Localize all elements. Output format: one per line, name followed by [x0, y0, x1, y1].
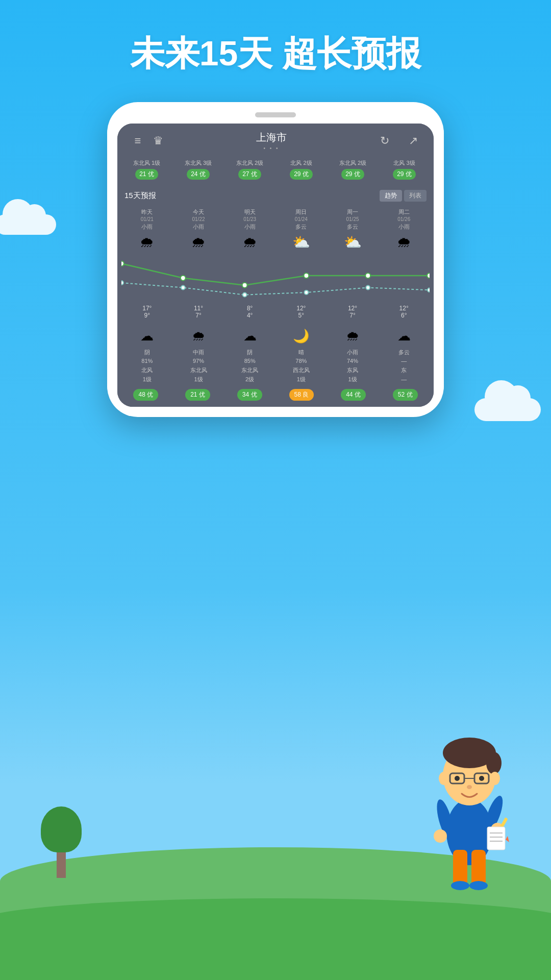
bottom-aqi-badge: 52 优 — [393, 389, 418, 401]
night-icon-col: 🌧 — [173, 328, 224, 344]
svg-marker-21 — [506, 836, 509, 842]
phone-outer: ≡ ♛ 上海市 • • • ↻ ↗ 东北风 1级 21 优 东北风 3级 24 … — [107, 102, 444, 417]
menu-icon[interactable]: ≡ — [128, 134, 148, 148]
aqi-badge: 29 优 — [290, 169, 313, 180]
headline: 未来15天 超长预报 — [0, 31, 551, 77]
svg-point-3 — [451, 881, 469, 890]
day-col: 周二 01/26 小雨 — [378, 208, 430, 231]
details-row: 阴 81% 北风 1级中雨 97% 东北风 1级阴 85% 东北风 2级晴 78… — [117, 346, 434, 386]
wind-label: 东北风 1级 — [122, 159, 171, 167]
bottom-aqi-col: 58 良 — [277, 389, 326, 401]
tree-trunk — [57, 852, 66, 878]
night-icon-col: 🌙 — [276, 328, 327, 344]
low-temp-label: 7° — [173, 312, 224, 319]
cloud-right — [474, 398, 541, 421]
aqi-col: 东北风 3级 24 优 — [174, 159, 222, 180]
detail-col: 阴 81% 北风 1级 — [121, 348, 173, 384]
bottom-aqi-badge: 58 良 — [289, 389, 314, 401]
day-label: 周二 — [378, 208, 430, 216]
weather-icon-col: 🌧 — [378, 234, 430, 251]
day-date: 01/26 — [378, 216, 430, 222]
night-icon-col: 🌧 — [327, 328, 379, 344]
high-temp-label: 12° — [276, 305, 327, 312]
forecast-section: 15天预报 趋势 列表 昨天 01/21 小雨 今天 01/22 小雨 明天 0… — [117, 185, 434, 407]
svg-rect-2 — [471, 850, 486, 886]
crown-icon[interactable]: ♛ — [148, 134, 168, 148]
weather-icon-col: ⛅ — [327, 234, 379, 251]
refresh-icon[interactable]: ↻ — [374, 134, 395, 148]
low-temp-label: 9° — [121, 312, 173, 319]
forecast-tabs: 趋势 列表 — [380, 190, 427, 202]
aqi-badge: 29 优 — [341, 169, 364, 180]
bottom-aqi-badge: 44 优 — [341, 389, 366, 401]
svg-point-15 — [467, 785, 472, 789]
phone-screen: ≡ ♛ 上海市 • • • ↻ ↗ 东北风 1级 21 优 东北风 3级 24 … — [117, 124, 434, 407]
bottom-aqi-col: 52 优 — [381, 389, 430, 401]
svg-point-33 — [181, 285, 185, 289]
day-weather: 小雨 — [121, 223, 173, 231]
day-weather: 多云 — [327, 223, 379, 231]
svg-point-13 — [455, 776, 460, 781]
detail-text: 阴 81% 北风 1级 — [121, 348, 173, 384]
aqi-badge: 27 优 — [238, 169, 261, 180]
svg-rect-22 — [487, 827, 505, 850]
header-right-icons: ↻ ↗ — [374, 134, 423, 148]
forecast-title: 15天预报 — [124, 191, 156, 201]
tree-crown — [41, 806, 82, 852]
tab-list[interactable]: 列表 — [404, 190, 427, 202]
aqi-badge: 29 优 — [393, 169, 416, 180]
svg-point-35 — [305, 290, 309, 295]
day-col: 周一 01/25 多云 — [327, 208, 379, 231]
svg-point-14 — [479, 776, 484, 781]
page-dots: • • • — [168, 145, 374, 151]
bottom-aqi-col: 44 优 — [329, 389, 378, 401]
aqi-col: 东北风 2级 29 优 — [329, 159, 377, 180]
svg-rect-1 — [453, 850, 467, 886]
tab-trend[interactable]: 趋势 — [380, 190, 402, 202]
aqi-badge: 21 优 — [135, 169, 158, 180]
bottom-aqi-badge: 21 优 — [185, 389, 210, 401]
svg-point-7 — [486, 752, 502, 774]
wind-label: 北风 2级 — [277, 159, 325, 167]
high-temp-label: 12° — [378, 305, 430, 312]
high-temp-labels: 17°11°8°12°12°12° — [117, 305, 434, 312]
wind-label: 北风 3级 — [380, 159, 429, 167]
svg-point-28 — [242, 283, 247, 288]
day-date: 01/23 — [224, 216, 276, 222]
low-temp-label: 4° — [224, 312, 276, 319]
low-temp-label: 5° — [276, 312, 327, 319]
day-weather: 多云 — [276, 223, 327, 231]
night-icon-col: ☁ — [121, 328, 173, 344]
day-col: 今天 01/22 小雨 — [173, 208, 224, 231]
svg-point-37 — [428, 288, 430, 292]
share-icon[interactable]: ↗ — [403, 134, 423, 148]
wind-label: 东北风 3级 — [174, 159, 222, 167]
phone-mockup: ≡ ♛ 上海市 • • • ↻ ↗ 东北风 1级 21 优 东北风 3级 24 … — [107, 102, 444, 417]
aqi-col: 东北风 1级 21 优 — [122, 159, 171, 180]
day-weather: 小雨 — [224, 223, 276, 231]
detail-col: 阴 85% 东北风 2级 — [224, 348, 276, 384]
svg-point-32 — [121, 281, 123, 285]
high-temp-label: 11° — [173, 305, 224, 312]
svg-point-18 — [434, 829, 447, 843]
bottom-aqi-badge: 34 优 — [237, 389, 262, 401]
weather-icons-top: 🌧🌧🌧⛅⛅🌧 — [117, 231, 434, 254]
low-temp-labels: 9°7°4°5°7°6° — [117, 312, 434, 319]
day-col: 明天 01/23 小雨 — [224, 208, 276, 231]
cloud-left — [0, 214, 56, 235]
svg-point-29 — [304, 273, 309, 278]
day-date: 01/21 — [121, 216, 173, 222]
detail-text: 小雨 74% 东风 1级 — [327, 348, 379, 384]
aqi-top-row: 东北风 1级 21 优 东北风 3级 24 优 东北风 2级 27 优 北风 2… — [117, 155, 434, 184]
bottom-aqi-row: 48 优21 优34 优58 良44 优52 优 — [117, 386, 434, 407]
tree — [41, 806, 82, 878]
character — [418, 720, 520, 898]
weather-icon-col: 🌧 — [224, 234, 276, 251]
aqi-col: 东北风 2级 27 优 — [226, 159, 274, 180]
city-label: 上海市 — [168, 131, 374, 144]
bottom-aqi-badge: 48 优 — [133, 389, 158, 401]
detail-col: 小雨 74% 东风 1级 — [327, 348, 379, 384]
forecast-header: 15天预报 趋势 列表 — [117, 185, 434, 206]
night-icons-row: ☁🌧☁🌙🌧☁ — [117, 323, 434, 346]
aqi-badge: 24 优 — [187, 169, 210, 180]
